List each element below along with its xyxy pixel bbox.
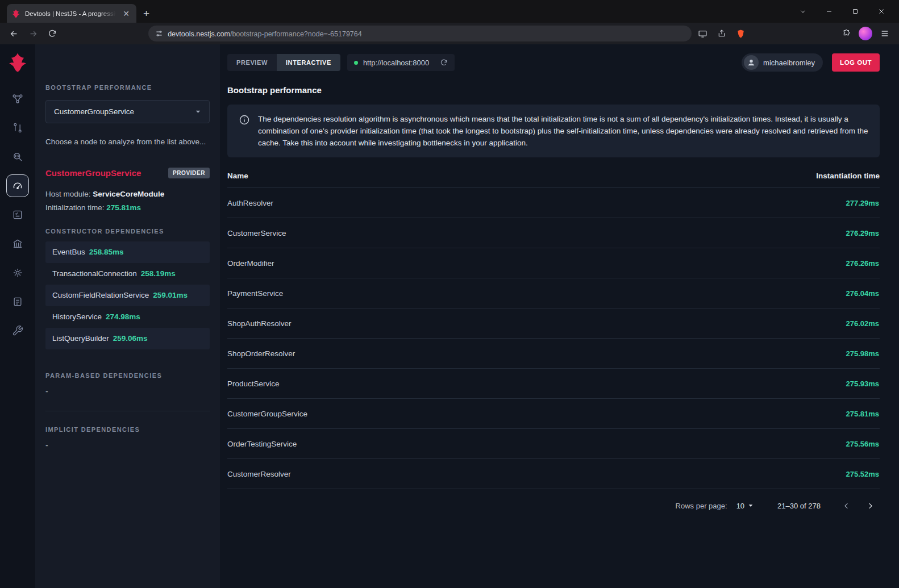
row-time: 275.93ms <box>846 380 879 388</box>
new-tab-button[interactable]: + <box>136 4 156 23</box>
table-row[interactable]: ProductService 275.93ms <box>227 369 880 399</box>
sidebar-item-logs[interactable] <box>6 290 29 313</box>
pagination-range: 21–30 of 278 <box>777 502 821 510</box>
node-select-value: CustomerGroupService <box>54 107 134 116</box>
back-button[interactable] <box>6 25 23 42</box>
row-time: 276.02ms <box>846 319 879 328</box>
init-time-value: 275.81ms <box>106 203 141 212</box>
table-row[interactable]: OrderModifier 276.26ms <box>227 248 880 278</box>
dep-name: HistoryService <box>52 312 102 321</box>
init-time-line: Initialization time: 275.81ms <box>45 203 210 212</box>
forward-button[interactable] <box>25 25 42 42</box>
close-window-button[interactable] <box>868 0 894 23</box>
url-path: /bootstrap-performance?node=-65179764 <box>230 30 362 38</box>
maximize-button[interactable] <box>842 0 868 23</box>
row-name: CustomerGroupService <box>227 410 307 418</box>
refresh-icon[interactable] <box>440 59 448 66</box>
user-chip[interactable]: michaelbromley <box>742 53 823 72</box>
nestjs-logo[interactable] <box>7 52 28 73</box>
next-page-button[interactable] <box>860 496 880 515</box>
row-name: CustomerService <box>227 229 286 237</box>
logout-button[interactable]: LOG OUT <box>832 53 880 72</box>
sidebar-item-bootstrap-performance[interactable] <box>6 174 29 197</box>
sidebar-item-routes[interactable] <box>6 116 29 139</box>
implicit-deps-empty: - <box>45 441 210 450</box>
row-time: 275.56ms <box>846 440 879 448</box>
sidebar-item-modules[interactable] <box>6 232 29 255</box>
dep-name: EventBus <box>52 248 85 256</box>
devtools-app: BOOTSTRAP PERFORMANCE CustomerGroupServi… <box>0 44 899 588</box>
sidebar-item-graph[interactable] <box>6 87 29 110</box>
dep-item[interactable]: HistoryService 274.98ms <box>45 306 210 328</box>
menu-icon[interactable] <box>876 25 893 42</box>
profile-avatar[interactable] <box>858 25 875 42</box>
target-url: http://localhost:8000 <box>363 59 429 67</box>
table-row[interactable]: PaymentService 276.04ms <box>227 278 880 308</box>
rows-per-page-select[interactable]: 10 <box>736 502 754 510</box>
table-row[interactable]: ShopOrderResolver 275.98ms <box>227 339 880 369</box>
constructor-deps-list: EventBus 258.85ms TransactionalConnectio… <box>45 241 210 349</box>
extensions-icon[interactable] <box>838 25 855 42</box>
param-deps-title: PARAM-BASED DEPENDENCIES <box>45 372 210 379</box>
param-deps-empty: - <box>45 387 210 396</box>
sidebar-item-tools[interactable] <box>6 319 29 342</box>
dep-time: 274.98ms <box>106 312 140 321</box>
dep-time: 258.85ms <box>89 248 124 256</box>
address-bar[interactable]: devtools.nestjs.com/bootstrap-performanc… <box>148 26 692 41</box>
brave-shields-icon[interactable] <box>732 25 750 42</box>
share-icon[interactable] <box>713 25 730 42</box>
tab-search-icon[interactable] <box>790 0 816 23</box>
table-row[interactable]: OrderTestingService 275.56ms <box>227 429 880 459</box>
sidebar-item-form[interactable] <box>6 203 29 226</box>
table-header: Name Instantiation time <box>227 164 880 188</box>
table-row[interactable]: AuthResolver 277.29ms <box>227 188 880 218</box>
dep-name: TransactionalConnection <box>52 269 137 278</box>
table-row[interactable]: CustomerResolver 275.52ms <box>227 459 880 489</box>
row-time: 276.29ms <box>846 229 879 237</box>
connection-status-dot <box>354 61 358 65</box>
dep-time: 259.01ms <box>153 291 188 299</box>
provider-badge: PROVIDER <box>168 168 210 178</box>
tab-close-icon[interactable]: ✕ <box>120 9 132 19</box>
previous-page-button[interactable] <box>836 496 856 515</box>
panel-divider <box>45 411 210 411</box>
dep-item[interactable]: TransactionalConnection 258.19ms <box>45 263 210 285</box>
constructor-deps-title: CONSTRUCTOR DEPENDENCIES <box>45 228 210 235</box>
pagination: Rows per page: 10 21–30 of 278 <box>227 489 880 522</box>
row-name: OrderTestingService <box>227 440 297 448</box>
row-time: 275.52ms <box>846 470 879 478</box>
sidebar-item-search-code[interactable] <box>6 145 29 168</box>
topbar-right: michaelbromley LOG OUT <box>742 53 880 72</box>
target-url-widget[interactable]: http://localhost:8000 <box>347 54 455 71</box>
dep-time: 258.19ms <box>141 269 176 278</box>
site-settings-icon[interactable] <box>155 30 163 37</box>
browser-tab-strip: Devtools | NestJS - A progressive ✕ + <box>0 0 899 23</box>
minimize-button[interactable] <box>816 0 842 23</box>
implicit-deps-title: IMPLICIT DEPENDENCIES <box>45 426 210 433</box>
host-module-value: ServiceCoreModule <box>93 190 164 198</box>
interactive-mode-button[interactable]: INTERACTIVE <box>277 54 340 71</box>
dep-item[interactable]: EventBus 258.85ms <box>45 241 210 263</box>
table-row[interactable]: CustomerGroupService 275.81ms <box>227 399 880 429</box>
row-time: 276.26ms <box>846 259 879 268</box>
url-host: devtools.nestjs.com <box>168 30 230 38</box>
row-name: ShopAuthResolver <box>227 319 292 328</box>
chevron-down-icon <box>195 109 201 115</box>
table-row[interactable]: CustomerService 276.29ms <box>227 218 880 248</box>
sidebar-item-settings[interactable] <box>6 261 29 284</box>
row-time: 277.29ms <box>846 199 879 207</box>
rows-per-page-label: Rows per page: <box>676 502 727 510</box>
row-name: CustomerResolver <box>227 470 291 478</box>
selected-node-header: CustomerGroupService PROVIDER <box>45 168 210 178</box>
browser-tab[interactable]: Devtools | NestJS - A progressive ✕ <box>7 4 136 23</box>
dep-item[interactable]: ListQueryBuilder 259.06ms <box>45 328 210 349</box>
main-content: PREVIEW INTERACTIVE http://localhost:800… <box>220 44 899 588</box>
username: michaelbromley <box>763 59 815 67</box>
dep-item[interactable]: CustomFieldRelationService 259.01ms <box>45 285 210 306</box>
reload-button[interactable] <box>44 25 61 42</box>
preview-mode-button[interactable]: PREVIEW <box>227 54 277 71</box>
reading-mode-icon[interactable] <box>694 25 711 42</box>
table-row[interactable]: ShopAuthResolver 276.02ms <box>227 308 880 339</box>
node-select[interactable]: CustomerGroupService <box>45 100 210 123</box>
avatar-image <box>859 27 872 40</box>
